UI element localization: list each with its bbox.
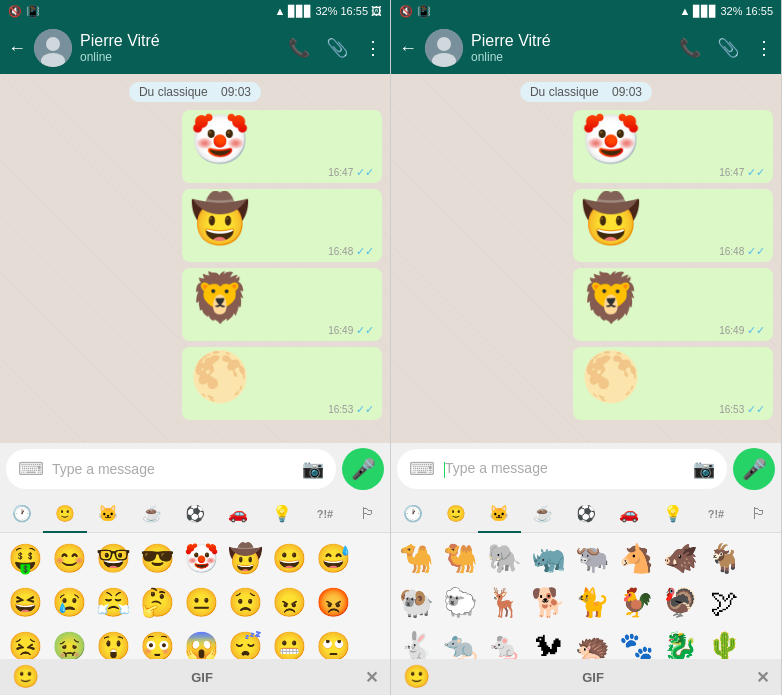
- camera-icon-right[interactable]: 📷: [693, 458, 715, 480]
- back-button-left[interactable]: ←: [8, 38, 26, 59]
- photo-icon: 🖼: [371, 5, 382, 17]
- emoji-elephant[interactable]: 🐘: [483, 537, 525, 579]
- emoji-tab-travel-r[interactable]: 🚗: [608, 495, 651, 533]
- emoji-item[interactable]: 😆: [4, 581, 46, 623]
- emoji-item[interactable]: 😳: [136, 625, 178, 659]
- msg-bubble-2-left: 🦁 16:49 ✓✓: [182, 268, 382, 341]
- emoji-item[interactable]: 🙄: [312, 625, 354, 659]
- emoji-item[interactable]: 😠: [268, 581, 310, 623]
- msg-bubble-2-right: 🦁 16:49 ✓✓: [573, 268, 773, 341]
- emoji-item[interactable]: 🤑: [4, 537, 46, 579]
- emoji-camel2[interactable]: 🐫: [439, 537, 481, 579]
- input-field-left[interactable]: ⌨ Type a message 📷: [6, 449, 336, 489]
- emoji-dove[interactable]: 🕊: [703, 581, 745, 623]
- paperclip-icon-left[interactable]: 📎: [326, 37, 348, 59]
- emoji-deer[interactable]: 🦌: [483, 581, 525, 623]
- close-emoji-left[interactable]: ✕: [365, 668, 378, 687]
- emoji-ram[interactable]: 🐏: [395, 581, 437, 623]
- emoji-squirrel[interactable]: 🐿: [527, 625, 569, 659]
- message-input-right[interactable]: Type a message: [443, 460, 685, 477]
- emoji-toggle-left[interactable]: 🙂: [12, 664, 39, 690]
- input-bar-right: ⌨ Type a message 📷 🎤: [391, 443, 781, 495]
- emoji-item[interactable]: 🤡: [180, 537, 222, 579]
- msg-time-0-right: 16:47 ✓✓: [581, 166, 765, 179]
- date-chip-left: Du classique 09:03: [129, 82, 261, 102]
- emoji-item[interactable]: 😡: [312, 581, 354, 623]
- emoji-rooster[interactable]: 🐓: [615, 581, 657, 623]
- emoji-tab-smiley-r[interactable]: 🙂: [434, 495, 477, 533]
- emoji-item[interactable]: 🤓: [92, 537, 134, 579]
- emoji-cactus[interactable]: 🌵: [703, 625, 745, 659]
- status-right-right: ▲ ▊▊▊ 32% 16:55: [680, 5, 773, 18]
- contact-name-left: Pierre Vitré: [80, 32, 280, 50]
- emoji-item[interactable]: 😀: [268, 537, 310, 579]
- emoji-rat[interactable]: 🐀: [439, 625, 481, 659]
- emoji-item[interactable]: 😬: [268, 625, 310, 659]
- emoji-item[interactable]: 😅: [312, 537, 354, 579]
- emoji-paw[interactable]: 🐾: [615, 625, 657, 659]
- gif-button-left[interactable]: GIF: [191, 670, 213, 685]
- emoji-boar[interactable]: 🐗: [659, 537, 701, 579]
- emoji-tab-flags-r[interactable]: 🏳: [738, 495, 781, 533]
- emoji-tab-travel[interactable]: 🚗: [217, 495, 260, 533]
- emoji-horse[interactable]: 🐴: [615, 537, 657, 579]
- contact-name-right: Pierre Vitré: [471, 32, 671, 50]
- emoji-tab-food-r[interactable]: ☕: [521, 495, 564, 533]
- emoji-tab-objects[interactable]: 💡: [260, 495, 303, 533]
- menu-icon-right[interactable]: ⋮: [755, 37, 773, 59]
- emoji-tab-food[interactable]: ☕: [130, 495, 173, 533]
- emoji-item[interactable]: 😊: [48, 537, 90, 579]
- emoji-tab-sports-r[interactable]: ⚽: [564, 495, 607, 533]
- emoji-goat[interactable]: 🐐: [703, 537, 745, 579]
- emoji-turkey[interactable]: 🦃: [659, 581, 701, 623]
- emoji-tab-recent-r[interactable]: 🕐: [391, 495, 434, 533]
- emoji-toggle-right[interactable]: 🙂: [403, 664, 430, 690]
- emoji-dragon[interactable]: 🐉: [659, 625, 701, 659]
- emoji-tab-smiley[interactable]: 🙂: [43, 495, 86, 533]
- emoji-item[interactable]: 😤: [92, 581, 134, 623]
- emoji-rabbit[interactable]: 🐇: [395, 625, 437, 659]
- emoji-item[interactable]: 😣: [4, 625, 46, 659]
- back-button-right[interactable]: ←: [399, 38, 417, 59]
- emoji-item[interactable]: 😱: [180, 625, 222, 659]
- emoji-mouse[interactable]: 🐁: [483, 625, 525, 659]
- emoji-tab-symbols[interactable]: ?!#: [303, 495, 346, 533]
- camera-icon-left[interactable]: 📷: [302, 458, 324, 480]
- phone-icon-right[interactable]: 📞: [679, 37, 701, 59]
- emoji-tab-flags[interactable]: 🏳: [347, 495, 390, 533]
- emoji-item[interactable]: 😴: [224, 625, 266, 659]
- emoji-sheep[interactable]: 🐑: [439, 581, 481, 623]
- emoji-item[interactable]: 😎: [136, 537, 178, 579]
- emoji-tab-recent[interactable]: 🕐: [0, 495, 43, 533]
- input-field-right[interactable]: ⌨ Type a message 📷: [397, 449, 727, 489]
- emoji-grid-right: 🐪 🐫 🐘 🦏 🐃 🐴 🐗 🐐 🐏 🐑 🦌 🐕 🐈 🐓 🦃 🕊 🐇 🐀 🐁 🐿 …: [391, 533, 781, 659]
- emoji-tab-symbols-r[interactable]: ?!#: [694, 495, 737, 533]
- emoji-tab-objects-r[interactable]: 💡: [651, 495, 694, 533]
- emoji-rhino[interactable]: 🦏: [527, 537, 569, 579]
- emoji-dog[interactable]: 🐕: [527, 581, 569, 623]
- emoji-cat[interactable]: 🐈: [571, 581, 613, 623]
- mic-button-right[interactable]: 🎤: [733, 448, 775, 490]
- emoji-hedgehog[interactable]: 🦔: [571, 625, 613, 659]
- emoji-item[interactable]: 🤢: [48, 625, 90, 659]
- emoji-item[interactable]: 😟: [224, 581, 266, 623]
- mic-button-left[interactable]: 🎤: [342, 448, 384, 490]
- emoji-tab-animals[interactable]: 🐱: [87, 495, 130, 533]
- emoji-item[interactable]: 🤔: [136, 581, 178, 623]
- menu-icon-left[interactable]: ⋮: [364, 37, 382, 59]
- paperclip-icon-right[interactable]: 📎: [717, 37, 739, 59]
- close-emoji-right[interactable]: ✕: [756, 668, 769, 687]
- emoji-item[interactable]: 😢: [48, 581, 90, 623]
- gif-button-right[interactable]: GIF: [582, 670, 604, 685]
- keyboard-icon-left[interactable]: ⌨: [18, 458, 44, 480]
- message-input-left[interactable]: Type a message: [52, 461, 294, 477]
- emoji-buffalo[interactable]: 🐃: [571, 537, 613, 579]
- emoji-tab-sports[interactable]: ⚽: [173, 495, 216, 533]
- emoji-camel[interactable]: 🐪: [395, 537, 437, 579]
- emoji-item[interactable]: 😲: [92, 625, 134, 659]
- emoji-item[interactable]: 🤠: [224, 537, 266, 579]
- phone-icon-left[interactable]: 📞: [288, 37, 310, 59]
- emoji-item[interactable]: 😐: [180, 581, 222, 623]
- emoji-tab-animals-r[interactable]: 🐱: [478, 495, 521, 533]
- keyboard-icon-right[interactable]: ⌨: [409, 458, 435, 480]
